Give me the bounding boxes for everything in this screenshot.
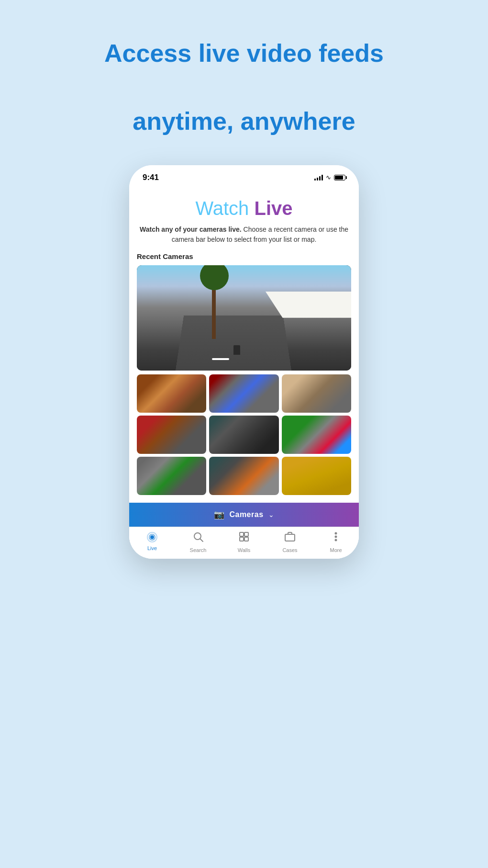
- tab-more-label: More: [330, 547, 342, 553]
- svg-rect-6: [285, 534, 295, 541]
- app-content: Watch Live Watch any of your cameras liv…: [129, 186, 359, 559]
- tab-walls[interactable]: Walls: [221, 531, 267, 553]
- wifi-icon: ∿: [326, 174, 331, 181]
- svg-point-9: [335, 539, 337, 541]
- svg-point-8: [335, 536, 337, 537]
- camera-thumb-1[interactable]: [137, 374, 206, 413]
- camera-thumb-3[interactable]: [282, 374, 351, 413]
- tab-live[interactable]: Live: [129, 531, 175, 553]
- tab-more[interactable]: More: [313, 531, 359, 553]
- search-tab-icon: [192, 531, 204, 545]
- tab-walls-label: Walls: [238, 547, 250, 553]
- page-headline-2: anytime, anywhere: [94, 106, 393, 136]
- battery-icon: [334, 175, 345, 180]
- tab-cases[interactable]: Cases: [267, 531, 313, 553]
- recent-cameras-section: Recent Cameras: [129, 252, 359, 503]
- camera-grid: [137, 374, 351, 495]
- live-text: Live: [254, 198, 292, 219]
- more-tab-icon: [330, 531, 342, 545]
- camera-thumb-2[interactable]: [209, 374, 278, 413]
- tab-live-label: Live: [147, 545, 157, 551]
- page-headline: Access live video feeds: [66, 38, 422, 68]
- watch-live-title: Watch Live: [139, 198, 349, 219]
- camera-thumb-7[interactable]: [137, 457, 206, 495]
- tab-cases-label: Cases: [282, 547, 297, 553]
- status-bar: 9:41 ∿: [129, 165, 359, 186]
- tab-bar: Live Search: [129, 527, 359, 559]
- camera-thumb-5[interactable]: [209, 416, 278, 454]
- cases-tab-icon: [284, 531, 296, 545]
- status-icons: ∿: [314, 174, 345, 181]
- camera-thumb-4[interactable]: [137, 416, 206, 454]
- camera-thumb-9[interactable]: [282, 457, 351, 495]
- svg-rect-3: [244, 532, 248, 536]
- walls-tab-icon: [238, 531, 250, 545]
- svg-point-7: [335, 532, 337, 534]
- tab-search[interactable]: Search: [175, 531, 221, 553]
- tab-search-label: Search: [190, 547, 207, 553]
- svg-rect-4: [240, 537, 244, 541]
- watch-live-section: Watch Live Watch any of your cameras liv…: [129, 186, 359, 252]
- camera-bar-chevron-icon: ⌄: [268, 511, 274, 519]
- svg-line-1: [200, 539, 203, 541]
- camera-bar-label: Cameras: [229, 510, 263, 519]
- camera-bar[interactable]: 📷 Cameras ⌄: [129, 503, 359, 527]
- camera-thumb-8[interactable]: [209, 457, 278, 495]
- watch-text: Watch: [195, 198, 254, 219]
- status-time: 9:41: [143, 173, 159, 182]
- camera-bar-video-icon: 📷: [214, 509, 224, 520]
- signal-bars-icon: [314, 175, 323, 180]
- svg-rect-5: [244, 537, 248, 541]
- recent-cameras-label: Recent Cameras: [137, 252, 351, 260]
- main-camera-feed[interactable]: [137, 265, 351, 371]
- phone-frame: 9:41 ∿ Watch Live Watch any of your came…: [129, 165, 359, 559]
- watch-live-description: Watch any of your cameras live. Choose a…: [139, 225, 349, 245]
- camera-thumb-6[interactable]: [282, 416, 351, 454]
- svg-rect-2: [240, 532, 244, 536]
- live-tab-icon: [146, 531, 158, 543]
